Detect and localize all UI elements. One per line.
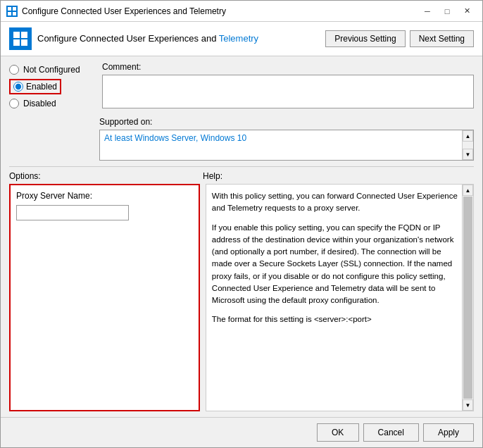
comment-section: Comment: (102, 62, 474, 108)
radio-enabled-input[interactable] (13, 82, 23, 92)
help-panel: With this policy setting, you can forwar… (206, 184, 474, 411)
maximize-button[interactable]: □ (437, 4, 457, 19)
help-scroll-up[interactable]: ▲ (463, 185, 473, 196)
svg-rect-3 (13, 12, 16, 15)
svg-rect-7 (21, 39, 27, 46)
comment-textarea[interactable] (102, 75, 474, 108)
help-scroll-down[interactable]: ▼ (463, 399, 473, 411)
help-paragraph-2: If you enable this policy setting, you c… (212, 222, 459, 307)
header-title: Configure Connected User Experiences and… (37, 33, 258, 45)
svg-rect-4 (13, 32, 20, 38)
title-bar-left: Configure Connected User Experiences and… (6, 6, 226, 17)
options-label: Options: (9, 171, 203, 181)
options-help-body: Proxy Server Name: With this policy sett… (1, 184, 482, 417)
supported-scroll-track (463, 142, 473, 149)
options-help-header: Options: Help: (1, 167, 482, 184)
cancel-button[interactable]: Cancel (363, 423, 419, 442)
top-section: Not Configured Enabled Disabled Comment: (1, 56, 482, 114)
footer: OK Cancel Apply (1, 417, 482, 447)
radio-not-configured-label: Not Configured (23, 65, 80, 75)
close-button[interactable]: ✕ (457, 4, 477, 19)
title-bar: Configure Connected User Experiences and… (1, 1, 482, 22)
help-scrollbar: ▲ ▼ (462, 185, 473, 411)
header-bar: Configure Connected User Experiences and… (1, 22, 482, 56)
radio-enabled-label: Enabled (26, 82, 57, 92)
next-setting-button[interactable]: Next Setting (410, 30, 474, 47)
previous-setting-button[interactable]: Previous Setting (325, 30, 405, 47)
title-bar-controls: ─ □ ✕ (418, 4, 477, 19)
svg-rect-0 (8, 7, 11, 11)
svg-rect-1 (13, 7, 16, 11)
ok-button[interactable]: OK (317, 423, 359, 442)
supported-value: At least Windows Server, Windows 10 (104, 133, 246, 143)
window-icon (6, 6, 18, 17)
options-panel: Proxy Server Name: (9, 184, 200, 411)
radio-disabled-label: Disabled (23, 99, 56, 108)
radio-not-configured[interactable]: Not Configured (9, 65, 94, 75)
svg-rect-6 (13, 39, 20, 46)
svg-rect-2 (8, 12, 11, 15)
supported-scrollbar: ▲ ▼ (462, 130, 473, 160)
help-paragraph-3: The format for this setting is <server>:… (212, 313, 459, 325)
proxy-server-input[interactable] (16, 205, 129, 220)
apply-button[interactable]: Apply (423, 423, 474, 442)
help-scroll-thumb (463, 197, 472, 399)
radio-disabled-input[interactable] (9, 99, 19, 108)
radio-not-configured-input[interactable] (9, 65, 19, 75)
content-area: Not Configured Enabled Disabled Comment: (1, 56, 482, 417)
header-icon (9, 27, 32, 50)
radio-group: Not Configured Enabled Disabled (9, 62, 94, 108)
minimize-button[interactable]: ─ (418, 4, 437, 19)
help-paragraph-1: With this policy setting, you can forwar… (212, 190, 459, 215)
header-buttons: Previous Setting Next Setting (325, 30, 474, 47)
supported-scroll-down[interactable]: ▼ (463, 149, 473, 160)
supported-section: Supported on: At least Windows Server, W… (1, 114, 482, 166)
title-bar-title: Configure Connected User Experiences and… (22, 6, 226, 16)
supported-label: Supported on: (99, 117, 152, 127)
supported-scroll-up[interactable]: ▲ (463, 130, 473, 142)
svg-rect-5 (21, 32, 27, 38)
help-label: Help: (203, 171, 474, 181)
radio-enabled[interactable]: Enabled (9, 79, 94, 94)
comment-label: Comment: (102, 62, 474, 72)
header-bar-left: Configure Connected User Experiences and… (9, 27, 258, 50)
proxy-server-label: Proxy Server Name: (16, 191, 193, 201)
main-window: Configure Connected User Experiences and… (0, 0, 483, 448)
enabled-highlight: Enabled (9, 79, 61, 94)
radio-disabled[interactable]: Disabled (9, 99, 94, 108)
